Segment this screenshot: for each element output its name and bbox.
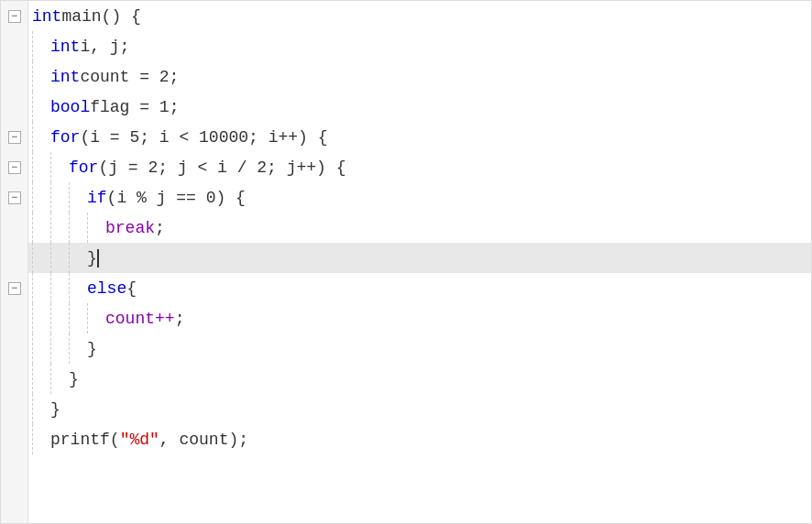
token: int <box>50 68 80 86</box>
token: count++ <box>105 310 175 328</box>
token: flag = 1; <box>90 98 179 116</box>
fold-minus-icon[interactable]: − <box>8 161 21 174</box>
indent-guide <box>50 152 69 182</box>
text-cursor <box>97 249 99 267</box>
indent-guide <box>50 333 69 364</box>
code-line-7[interactable]: if (i % j == 0) { <box>28 182 811 213</box>
token: i, j; <box>80 38 129 56</box>
line-content: } <box>50 394 60 424</box>
fold-marker-11 <box>5 303 25 333</box>
indent-guide <box>69 213 87 243</box>
code-line-3[interactable]: int count = 2; <box>28 61 811 92</box>
fold-marker-15 <box>5 424 25 454</box>
indent-guide <box>50 243 69 273</box>
indent-guide <box>32 243 50 273</box>
line-content: count++; <box>105 303 184 333</box>
token: for <box>50 128 80 147</box>
token: break <box>105 219 155 237</box>
code-editor: −−−−− int main() {int i, j;int count = 2… <box>0 0 812 524</box>
fold-marker-6[interactable]: − <box>5 152 25 182</box>
token: main() { <box>61 7 140 26</box>
fold-minus-icon[interactable]: − <box>8 131 21 144</box>
code-line-5[interactable]: for (i = 5; i < 10000; i++) { <box>28 122 811 152</box>
indent-guide <box>50 182 69 213</box>
line-content: } <box>87 243 99 273</box>
indent-guide <box>87 213 105 243</box>
token: } <box>50 400 60 419</box>
indent-guide <box>50 273 69 303</box>
token: else <box>87 279 126 298</box>
token: if <box>87 189 107 207</box>
fold-minus-icon[interactable]: − <box>8 191 21 204</box>
token: int <box>50 38 80 56</box>
code-line-9[interactable]: } <box>28 243 811 273</box>
token: , count); <box>159 431 248 449</box>
indent-guide <box>32 61 50 92</box>
fold-marker-7[interactable]: − <box>5 182 25 213</box>
fold-marker-13 <box>5 364 25 394</box>
indent-guide <box>69 333 87 364</box>
indent-guide <box>50 213 69 243</box>
fold-marker-2 <box>5 31 25 61</box>
code-line-6[interactable]: for (j = 2; j < i / 2; j++) { <box>28 152 811 182</box>
token: "%d" <box>120 431 159 449</box>
code-line-14[interactable]: } <box>28 394 811 424</box>
token: for <box>69 158 98 177</box>
line-content: printf("%d", count); <box>50 424 248 454</box>
gutter: −−−−− <box>1 1 28 523</box>
indent-guide <box>50 364 69 394</box>
fold-marker-9 <box>5 243 25 273</box>
indent-guide <box>50 303 69 333</box>
line-content: } <box>87 333 97 364</box>
line-content: for (j = 2; j < i / 2; j++) { <box>69 152 346 182</box>
code-line-4[interactable]: bool flag = 1; <box>28 92 811 122</box>
indent-guide <box>32 152 50 182</box>
token: } <box>87 340 97 358</box>
code-line-2[interactable]: int i, j; <box>28 31 811 61</box>
fold-marker-14 <box>5 394 25 424</box>
token: bool <box>50 98 90 116</box>
indent-guide <box>32 122 50 152</box>
fold-marker-8 <box>5 213 25 243</box>
fold-marker-1[interactable]: − <box>5 1 25 31</box>
indent-guide <box>32 394 50 424</box>
line-content: } <box>69 364 79 394</box>
fold-marker-5[interactable]: − <box>5 122 25 152</box>
code-line-1[interactable]: int main() { <box>28 1 811 31</box>
token: count = 2; <box>80 68 179 86</box>
token: ; <box>155 219 165 237</box>
indent-guide <box>32 31 50 61</box>
indent-guide <box>69 243 87 273</box>
code-line-12[interactable]: } <box>28 333 811 364</box>
fold-minus-icon[interactable]: − <box>8 10 21 23</box>
code-line-13[interactable]: } <box>28 364 811 394</box>
indent-guide <box>87 303 105 333</box>
line-content: int count = 2; <box>50 61 179 92</box>
line-content: else { <box>87 273 137 303</box>
line-content: if (i % j == 0) { <box>87 182 246 213</box>
code-line-10[interactable]: else { <box>28 273 811 303</box>
indent-guide <box>32 303 50 333</box>
indent-guide <box>32 213 50 243</box>
line-content: bool flag = 1; <box>50 92 179 122</box>
code-line-8[interactable]: break; <box>28 213 811 243</box>
code-area[interactable]: int main() {int i, j;int count = 2;bool … <box>28 1 811 523</box>
fold-marker-10[interactable]: − <box>5 273 25 303</box>
indent-guide <box>32 92 50 122</box>
fold-minus-icon[interactable]: − <box>8 282 21 295</box>
token: { <box>126 279 137 298</box>
fold-marker-12 <box>5 333 25 364</box>
token: (j = 2; j < i / 2; j++) { <box>98 158 346 177</box>
token: } <box>69 370 79 388</box>
line-content: for (i = 5; i < 10000; i++) { <box>50 122 327 152</box>
code-line-15[interactable]: printf("%d", count); <box>28 424 811 454</box>
indent-guide <box>32 273 50 303</box>
line-content: int main() { <box>32 1 141 31</box>
fold-marker-4 <box>5 92 25 122</box>
indent-guide <box>69 273 87 303</box>
token: (i % j == 0) { <box>107 189 246 207</box>
code-line-11[interactable]: count++; <box>28 303 811 333</box>
token: ; <box>175 310 185 328</box>
token: int <box>32 7 61 26</box>
indent-guide <box>32 424 50 454</box>
